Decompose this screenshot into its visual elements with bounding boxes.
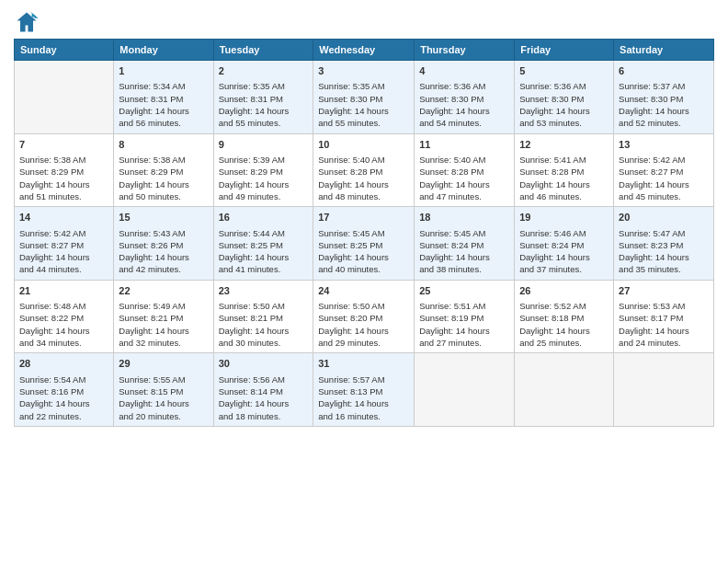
day-number: 13 xyxy=(619,138,709,152)
day-number: 5 xyxy=(519,64,609,78)
cell-content: Sunrise: 5:40 AM Sunset: 8:28 PM Dayligh… xyxy=(419,154,509,202)
week-row: 7Sunrise: 5:38 AM Sunset: 8:29 PM Daylig… xyxy=(15,133,714,207)
header-cell-saturday: Saturday xyxy=(614,40,714,61)
calendar-cell: 19Sunrise: 5:46 AM Sunset: 8:24 PM Dayli… xyxy=(515,207,614,281)
cell-content: Sunrise: 5:40 AM Sunset: 8:28 PM Dayligh… xyxy=(318,154,409,202)
week-row: 28Sunrise: 5:54 AM Sunset: 8:16 PM Dayli… xyxy=(15,353,714,427)
calendar-cell: 17Sunrise: 5:45 AM Sunset: 8:25 PM Dayli… xyxy=(313,207,415,281)
cell-content: Sunrise: 5:57 AM Sunset: 8:13 PM Dayligh… xyxy=(318,373,409,422)
day-number: 12 xyxy=(519,138,609,152)
day-number: 4 xyxy=(419,64,509,78)
calendar-cell: 20Sunrise: 5:47 AM Sunset: 8:23 PM Dayli… xyxy=(614,207,714,281)
calendar-cell: 14Sunrise: 5:42 AM Sunset: 8:27 PM Dayli… xyxy=(15,207,114,281)
day-number: 26 xyxy=(519,284,609,298)
day-number: 28 xyxy=(19,357,108,371)
calendar-cell: 10Sunrise: 5:40 AM Sunset: 8:28 PM Dayli… xyxy=(313,133,415,207)
day-number: 9 xyxy=(219,138,309,152)
header-cell-monday: Monday xyxy=(114,40,213,61)
cell-content: Sunrise: 5:50 AM Sunset: 8:21 PM Dayligh… xyxy=(219,300,309,349)
cell-content: Sunrise: 5:47 AM Sunset: 8:23 PM Dayligh… xyxy=(619,227,709,276)
cell-content: Sunrise: 5:55 AM Sunset: 8:15 PM Dayligh… xyxy=(119,373,208,422)
cell-content: Sunrise: 5:51 AM Sunset: 8:19 PM Dayligh… xyxy=(419,300,509,349)
calendar-cell: 31Sunrise: 5:57 AM Sunset: 8:13 PM Dayli… xyxy=(313,353,415,427)
cell-content: Sunrise: 5:36 AM Sunset: 8:30 PM Dayligh… xyxy=(419,80,509,129)
day-number: 2 xyxy=(219,64,309,78)
day-number: 19 xyxy=(519,211,609,224)
header-cell-tuesday: Tuesday xyxy=(213,40,313,61)
calendar-cell: 23Sunrise: 5:50 AM Sunset: 8:21 PM Dayli… xyxy=(213,280,313,353)
calendar-cell: 6Sunrise: 5:37 AM Sunset: 8:30 PM Daylig… xyxy=(614,61,714,134)
day-number: 25 xyxy=(419,284,509,298)
cell-content: Sunrise: 5:46 AM Sunset: 8:24 PM Dayligh… xyxy=(519,227,609,276)
header xyxy=(14,9,714,35)
day-number: 27 xyxy=(619,284,709,298)
calendar-cell: 21Sunrise: 5:48 AM Sunset: 8:22 PM Dayli… xyxy=(15,280,114,353)
day-number: 20 xyxy=(619,211,709,224)
day-number: 23 xyxy=(219,284,309,298)
cell-content: Sunrise: 5:42 AM Sunset: 8:27 PM Dayligh… xyxy=(619,154,709,202)
week-row: 14Sunrise: 5:42 AM Sunset: 8:27 PM Dayli… xyxy=(15,207,714,281)
logo-icon xyxy=(14,9,40,35)
week-row: 1Sunrise: 5:34 AM Sunset: 8:31 PM Daylig… xyxy=(15,61,714,134)
day-number: 24 xyxy=(318,284,409,298)
calendar-cell: 12Sunrise: 5:41 AM Sunset: 8:28 PM Dayli… xyxy=(515,133,614,207)
cell-content: Sunrise: 5:54 AM Sunset: 8:16 PM Dayligh… xyxy=(19,373,108,422)
calendar-cell: 29Sunrise: 5:55 AM Sunset: 8:15 PM Dayli… xyxy=(114,353,213,427)
cell-content: Sunrise: 5:44 AM Sunset: 8:25 PM Dayligh… xyxy=(219,227,309,276)
header-cell-sunday: Sunday xyxy=(15,40,114,61)
logo xyxy=(14,9,43,35)
cell-content: Sunrise: 5:35 AM Sunset: 8:30 PM Dayligh… xyxy=(318,80,409,129)
cell-content: Sunrise: 5:50 AM Sunset: 8:20 PM Dayligh… xyxy=(318,300,409,349)
day-number: 17 xyxy=(318,211,409,224)
calendar-cell: 9Sunrise: 5:39 AM Sunset: 8:29 PM Daylig… xyxy=(213,133,313,207)
calendar-cell: 5Sunrise: 5:36 AM Sunset: 8:30 PM Daylig… xyxy=(515,61,614,134)
day-number: 30 xyxy=(219,357,309,371)
day-number: 14 xyxy=(19,211,108,224)
cell-content: Sunrise: 5:52 AM Sunset: 8:18 PM Dayligh… xyxy=(519,300,609,349)
cell-content: Sunrise: 5:41 AM Sunset: 8:28 PM Dayligh… xyxy=(519,154,609,202)
day-number: 1 xyxy=(119,64,208,78)
day-number: 8 xyxy=(119,138,208,152)
cell-content: Sunrise: 5:37 AM Sunset: 8:30 PM Dayligh… xyxy=(619,80,709,129)
calendar-cell: 3Sunrise: 5:35 AM Sunset: 8:30 PM Daylig… xyxy=(313,61,415,134)
calendar-cell: 16Sunrise: 5:44 AM Sunset: 8:25 PM Dayli… xyxy=(213,207,313,281)
calendar-cell: 11Sunrise: 5:40 AM Sunset: 8:28 PM Dayli… xyxy=(415,133,515,207)
calendar-cell: 25Sunrise: 5:51 AM Sunset: 8:19 PM Dayli… xyxy=(415,280,515,353)
header-row: SundayMondayTuesdayWednesdayThursdayFrid… xyxy=(15,40,714,61)
header-cell-thursday: Thursday xyxy=(415,40,515,61)
cell-content: Sunrise: 5:35 AM Sunset: 8:31 PM Dayligh… xyxy=(219,80,309,129)
cell-content: Sunrise: 5:34 AM Sunset: 8:31 PM Dayligh… xyxy=(119,80,208,129)
calendar-body: 1Sunrise: 5:34 AM Sunset: 8:31 PM Daylig… xyxy=(15,61,714,427)
calendar-cell: 15Sunrise: 5:43 AM Sunset: 8:26 PM Dayli… xyxy=(114,207,213,281)
cell-content: Sunrise: 5:45 AM Sunset: 8:25 PM Dayligh… xyxy=(318,227,409,276)
day-number: 18 xyxy=(419,211,509,224)
calendar-table: SundayMondayTuesdayWednesdayThursdayFrid… xyxy=(14,39,714,427)
calendar-cell: 30Sunrise: 5:56 AM Sunset: 8:14 PM Dayli… xyxy=(213,353,313,427)
calendar-cell: 1Sunrise: 5:34 AM Sunset: 8:31 PM Daylig… xyxy=(114,61,213,134)
day-number: 6 xyxy=(619,64,709,78)
cell-content: Sunrise: 5:36 AM Sunset: 8:30 PM Dayligh… xyxy=(519,80,609,129)
day-number: 10 xyxy=(318,138,409,152)
calendar-cell: 7Sunrise: 5:38 AM Sunset: 8:29 PM Daylig… xyxy=(15,133,114,207)
calendar-cell: 8Sunrise: 5:38 AM Sunset: 8:29 PM Daylig… xyxy=(114,133,213,207)
calendar-header: SundayMondayTuesdayWednesdayThursdayFrid… xyxy=(15,40,714,61)
cell-content: Sunrise: 5:53 AM Sunset: 8:17 PM Dayligh… xyxy=(619,300,709,349)
day-number: 3 xyxy=(318,64,409,78)
calendar-cell xyxy=(15,61,114,134)
calendar-cell: 4Sunrise: 5:36 AM Sunset: 8:30 PM Daylig… xyxy=(415,61,515,134)
calendar-cell: 24Sunrise: 5:50 AM Sunset: 8:20 PM Dayli… xyxy=(313,280,415,353)
day-number: 31 xyxy=(318,357,409,371)
cell-content: Sunrise: 5:56 AM Sunset: 8:14 PM Dayligh… xyxy=(219,373,309,422)
day-number: 22 xyxy=(119,284,208,298)
cell-content: Sunrise: 5:45 AM Sunset: 8:24 PM Dayligh… xyxy=(419,227,509,276)
cell-content: Sunrise: 5:39 AM Sunset: 8:29 PM Dayligh… xyxy=(219,154,309,202)
calendar-cell: 13Sunrise: 5:42 AM Sunset: 8:27 PM Dayli… xyxy=(614,133,714,207)
calendar-cell xyxy=(415,353,515,427)
cell-content: Sunrise: 5:42 AM Sunset: 8:27 PM Dayligh… xyxy=(19,227,108,276)
page-container: SundayMondayTuesdayWednesdayThursdayFrid… xyxy=(0,0,728,436)
header-cell-friday: Friday xyxy=(515,40,614,61)
cell-content: Sunrise: 5:43 AM Sunset: 8:26 PM Dayligh… xyxy=(119,227,208,276)
day-number: 11 xyxy=(419,138,509,152)
day-number: 7 xyxy=(19,138,108,152)
calendar-cell: 18Sunrise: 5:45 AM Sunset: 8:24 PM Dayli… xyxy=(415,207,515,281)
